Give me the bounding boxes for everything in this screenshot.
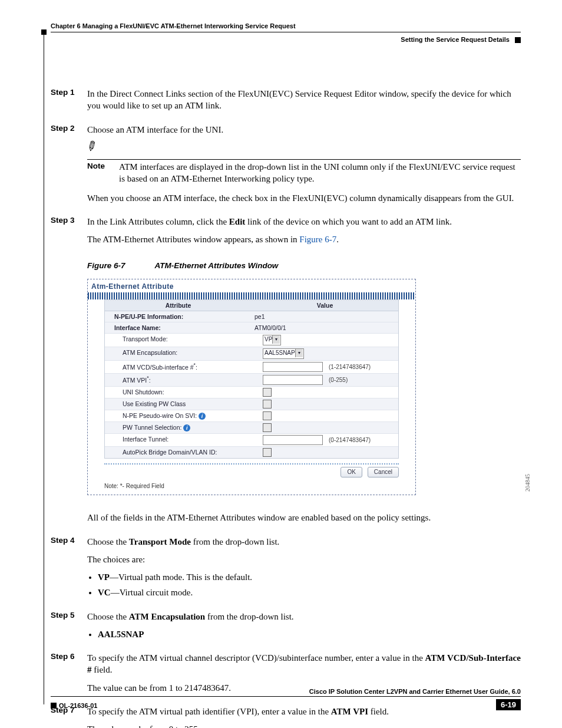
list-item: VC—Virtual circuit mode. [98,587,521,598]
list-item: AAL5SNAP [98,628,521,640]
note-label: Note [87,159,119,185]
step-5-label: Step 5 [51,611,87,647]
step-3-line2: The ATM-Ethernet Attributes window appea… [87,233,521,245]
panel-stripe-icon [88,292,415,299]
page-number: 6-19 [496,699,521,710]
atm-vcd-input[interactable] [263,362,323,372]
note-pencil-icon: ✎ [86,140,100,152]
header-rule [51,32,521,32]
atm-ethernet-attributes-window: Atm-Ethernet Attribute Attribute Value N… [87,279,416,496]
note-text: ATM interfaces are displayed in the drop… [119,159,521,185]
transport-mode-select[interactable]: VP [263,335,281,345]
step-2-label: Step 2 [51,124,87,210]
after-figure-text: All of the fields in the ATM-Ethernet At… [87,512,521,523]
list-item: VP—Virtual path mode. This is the defaul… [98,571,521,583]
uni-shutdown-checkbox[interactable] [263,388,272,397]
step-2-text: Choose an ATM interface for the UNI. [87,124,521,136]
page-footer: Cisco IP Solution Center L2VPN and Carri… [51,688,521,710]
ok-button[interactable]: OK [340,467,362,477]
figure-6-7-link[interactable]: Figure 6-7 [299,235,336,244]
atm-encapsulation-select[interactable]: AAL5SNAP [263,348,304,359]
step-1-label: Step 1 [51,88,87,118]
col-attribute: Attribute [105,300,252,311]
panel-title: Atm-Ethernet Attribute [88,279,415,292]
col-value: Value [252,300,398,311]
step-2-after-note: When you choose an ATM interface, the ch… [87,192,521,204]
autopick-bridge-domain-checkbox[interactable] [263,448,272,457]
step-1-text: In the Direct Connect Links section of t… [87,88,521,112]
header-end-mark-icon [515,37,521,43]
section-title: Setting the Service Request Details [401,36,510,43]
required-field-note: Note: *- Required Field [104,482,415,493]
info-icon[interactable]: i [199,413,206,420]
footer-end-mark-icon [51,703,57,709]
step-4-label: Step 4 [51,536,87,605]
left-vertical-rule [44,29,44,704]
atm-vpi-input[interactable] [263,375,323,385]
running-header-right: Setting the Service Request Details [51,36,521,43]
info-icon[interactable]: i [183,424,190,431]
figure-sidetag: 204845 [524,474,532,492]
interface-tunnel-input[interactable] [263,435,323,445]
cancel-button[interactable]: Cancel [368,467,399,477]
figure-caption: Figure 6-7ATM-Ethernet Attributes Window [87,261,521,271]
pw-tunnel-selection-checkbox[interactable] [263,423,272,432]
footer-doc-title: Cisco IP Solution Center L2VPN and Carri… [51,688,521,697]
step-3-label: Step 3 [51,216,87,530]
step-3-line1: In the Link Attributes column, click the… [87,216,521,228]
footer-doc-number: OL-21636-01 [59,702,97,709]
npe-pseudowire-svi-checkbox[interactable] [263,411,272,420]
running-header-left: Chapter 6 Managing a FlexUNI/EVC ATM-Eth… [51,22,521,29]
use-existing-pw-class-checkbox[interactable] [263,400,272,409]
